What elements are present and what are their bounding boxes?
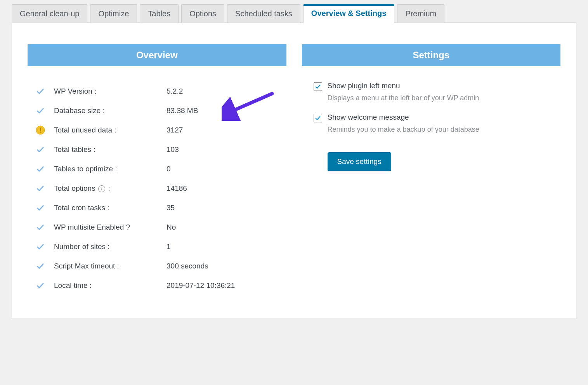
svg-point-3 — [40, 132, 41, 133]
check-icon — [35, 183, 45, 193]
overview-label: WP multisite Enabled ? — [54, 223, 167, 232]
overview-label: Total unused data : — [54, 126, 167, 134]
overview-value: 3127 — [167, 126, 279, 134]
overview-value: 300 seconds — [167, 262, 279, 270]
setting-row: Show plugin left menuDisplays a menu at … — [314, 82, 549, 102]
tab-overview-settings[interactable]: Overview & Settings — [303, 4, 394, 23]
setting-description: Displays a menu at the left bar of your … — [328, 94, 549, 102]
overview-label: Total cron tasks : — [54, 204, 167, 212]
tab-optimize[interactable]: Optimize — [90, 4, 137, 23]
setting-description: Reminds you to make a backup of your dat… — [328, 125, 549, 134]
overview-row: Total options i :14186 — [35, 179, 279, 198]
settings-heading: Settings — [302, 44, 561, 66]
overview-value: 2019-07-12 10:36:21 — [167, 281, 279, 290]
check-icon — [35, 280, 45, 291]
overview-label: Local time : — [54, 281, 167, 290]
check-icon — [35, 86, 45, 96]
svg-rect-2 — [40, 128, 41, 131]
overview-label: WP Version : — [54, 87, 167, 96]
overview-row: Total unused data :3127 — [35, 120, 279, 140]
checkbox[interactable] — [314, 114, 322, 122]
overview-label: Number of sites : — [54, 242, 167, 251]
overview-label: Total tables : — [54, 145, 167, 154]
check-icon — [35, 106, 45, 116]
overview-label: Total options i : — [54, 184, 167, 193]
settings-column: Settings Show plugin left menuDisplays a… — [302, 44, 561, 295]
overview-row: WP multisite Enabled ?No — [35, 218, 279, 237]
overview-label: Database size : — [54, 106, 167, 115]
overview-row: Total tables :103 — [35, 140, 279, 159]
overview-label: Tables to optimize : — [54, 165, 167, 173]
overview-value: 35 — [167, 204, 279, 212]
check-icon — [35, 261, 45, 271]
overview-column: Overview WP Version :5.2.2Database size … — [28, 44, 286, 295]
overview-heading: Overview — [28, 44, 286, 66]
overview-label: Script Max timeout : — [54, 262, 167, 270]
tab-options[interactable]: Options — [181, 4, 224, 23]
setting-label: Show plugin left menu — [328, 82, 549, 90]
settings-list: Show plugin left menuDisplays a menu at … — [302, 66, 561, 171]
overview-list: WP Version :5.2.2Database size :83.38 MB… — [28, 66, 286, 295]
overview-row: Tables to optimize :0 — [35, 159, 279, 179]
tab-content-panel: Overview WP Version :5.2.2Database size … — [12, 23, 576, 319]
overview-row: WP Version :5.2.2 — [35, 82, 279, 101]
overview-value: 1 — [167, 242, 279, 251]
setting-row: Show welcome messageReminds you to make … — [314, 113, 549, 134]
tab-scheduled-tasks[interactable]: Scheduled tasks — [227, 4, 300, 23]
check-icon — [35, 145, 45, 155]
nav-tabs: General clean-upOptimizeTablesOptionsSch… — [12, 0, 576, 23]
tab-premium[interactable]: Premium — [397, 4, 444, 23]
checkbox[interactable] — [314, 82, 322, 91]
overview-value: 103 — [167, 145, 279, 154]
overview-value: 5.2.2 — [167, 87, 279, 96]
setting-label: Show welcome message — [328, 113, 549, 122]
overview-value: 83.38 MB — [167, 106, 279, 115]
save-settings-button[interactable]: Save settings — [328, 152, 391, 171]
overview-row: Total cron tasks :35 — [35, 198, 279, 218]
overview-row: Database size :83.38 MB — [35, 101, 279, 120]
coin-warning-icon — [35, 125, 45, 135]
overview-value: 14186 — [167, 184, 279, 193]
overview-value: 0 — [167, 165, 279, 173]
check-icon — [35, 242, 45, 252]
check-icon — [35, 164, 45, 174]
info-icon[interactable]: i — [98, 185, 105, 192]
overview-row: Script Max timeout :300 seconds — [35, 256, 279, 276]
overview-row: Number of sites :1 — [35, 237, 279, 256]
tab-general-clean-up[interactable]: General clean-up — [12, 4, 87, 23]
overview-value: No — [167, 223, 279, 232]
check-icon — [35, 203, 45, 213]
overview-row: Local time :2019-07-12 10:36:21 — [35, 276, 279, 295]
check-icon — [35, 222, 45, 232]
tab-tables[interactable]: Tables — [140, 4, 179, 23]
